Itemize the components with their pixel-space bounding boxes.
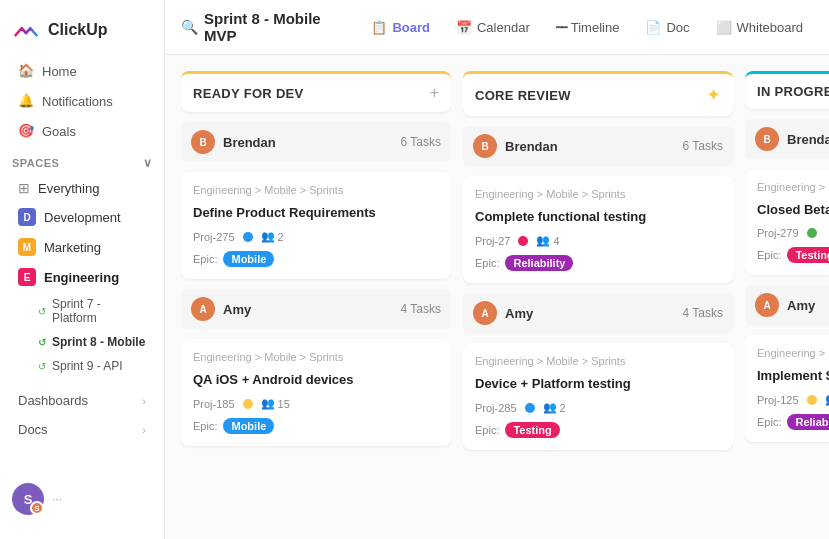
calendar-tab-label: Calendar [477,20,530,35]
brendan-info-core: B Brendan [473,134,558,158]
epic-badge-ft: Reliability [505,255,573,271]
assignee-amy-progress: A Amy 4 Tasks [745,285,829,325]
assignee-brendan-ready: B Brendan 6 Tasks [181,122,451,162]
card-breadcrumb-dp: Engineering > Mobile > Sprints [475,355,721,367]
engineering-label: Engineering [44,270,119,285]
sidebar-item-everything[interactable]: ⊞ Everything [6,175,158,201]
add-card-icon-core[interactable]: ✦ [706,84,721,106]
users-icon-1: 👥 [261,230,275,243]
proj-id-dp: Proj-285 [475,402,517,414]
sidebar-item-notifications[interactable]: 🔔 Notifications [6,87,158,115]
sidebar-item-dashboards[interactable]: Dashboards › [6,387,158,414]
card-breadcrumb-ft: Engineering > Mobile > Sprints [475,188,721,200]
amy-task-count-core: 4 Tasks [683,306,723,320]
card-meta-1: Proj-275 👥 2 [193,230,439,243]
column-header-ready-for-dev: READY FOR DEV + [181,71,451,112]
amy-name-progress: Amy [787,298,815,313]
card-meta-qa: Proj-185 👥 15 [193,397,439,410]
card-device-platform[interactable]: Engineering > Mobile > Sprints Device + … [463,343,733,450]
amy-info-core: A Amy [473,301,533,325]
sidebar-item-sprint8[interactable]: ↺ Sprint 8 - Mobile [6,331,158,353]
sidebar: ClickUp 🏠 Home 🔔 Notifications 🎯 Goals S… [0,0,165,539]
sidebar-item-docs[interactable]: Docs › [6,416,158,443]
amy-info-ready: A Amy [191,297,251,321]
epic-row-sms: Epic: Reliability [757,414,829,430]
marketing-dot: M [18,238,36,256]
card-breadcrumb-sms: Engineering > Mobile > Sprints [757,347,829,359]
docs-chevron-icon: › [142,424,146,436]
proj-id-cb: Proj-279 [757,227,799,239]
epic-badge-1: Mobile [223,251,274,267]
epic-row-cb: Epic: Testing [757,247,829,263]
spaces-label: Spaces [12,157,59,169]
sidebar-item-home[interactable]: 🏠 Home [6,57,158,85]
amy-task-count-ready: 4 Tasks [401,302,441,316]
priority-dot-cb [807,228,817,238]
brendan-info-progress: B Brendan [755,127,829,151]
sidebar-item-marketing[interactable]: M Marketing [6,233,158,261]
assignee-brendan-progress: B Brendan 6 Tasks [745,119,829,159]
tab-doc[interactable]: 📄 Doc [635,15,699,40]
card-title-sms: Implement SMS opt-in [757,367,829,385]
card-title-qa: QA iOS + Android devices [193,371,439,389]
sprint-icon-9: ↺ [38,361,46,372]
tab-board[interactable]: 📋 Board [361,15,440,40]
user-count-1: 👥 2 [261,230,284,243]
brendan-avatar: B [191,130,215,154]
card-qa-ios[interactable]: Engineering > Mobile > Sprints QA iOS + … [181,339,451,446]
priority-dot-sms [807,395,817,405]
amy-avatar-core: A [473,301,497,325]
user-avatar[interactable]: S S [12,483,44,515]
proj-id-qa: Proj-185 [193,398,235,410]
card-title-dp: Device + Platform testing [475,375,721,393]
home-label: Home [42,64,77,79]
tab-whiteboard[interactable]: ⬜ Whiteboard [706,15,813,40]
brendan-name-core: Brendan [505,139,558,154]
sprint-icon-8: ↺ [38,337,46,348]
board-tab-icon: 📋 [371,20,387,35]
amy-name-core: Amy [505,306,533,321]
whiteboard-tab-icon: ⬜ [716,20,732,35]
card-title-1: Define Product Requirements [193,204,439,222]
timeline-tab-label: Timeline [571,20,620,35]
sidebar-item-development[interactable]: D Development [6,203,158,231]
sidebar-item-sprint9[interactable]: ↺ Sprint 9 - API [6,355,158,377]
epic-label-static-1: Epic: [193,253,217,265]
tab-timeline[interactable]: ━━ Timeline [546,15,630,40]
epic-label-static-cb: Epic: [757,249,781,261]
assignee-brendan-core: B Brendan 6 Tasks [463,126,733,166]
sidebar-item-goals[interactable]: 🎯 Goals [6,117,158,145]
brendan-task-count-core: 6 Tasks [683,139,723,153]
sidebar-item-sprint7[interactable]: ↺ Sprint 7 - Platform [6,293,158,329]
ready-for-dev-title: READY FOR DEV [193,86,304,101]
card-title-cb: Closed Beta launch and feedback [757,201,829,219]
card-sms-opt-in[interactable]: Engineering > Mobile > Sprints Implement… [745,335,829,442]
home-icon: 🏠 [18,63,34,79]
epic-badge-cb: Testing [787,247,829,263]
card-functional-testing[interactable]: Engineering > Mobile > Sprints Complete … [463,176,733,283]
brendan-avatar-core: B [473,134,497,158]
board-tab-label: Board [392,20,430,35]
development-label: Development [44,210,121,225]
sidebar-item-engineering[interactable]: E Engineering [6,263,158,291]
logo-area: ClickUp [0,12,164,56]
calendar-tab-icon: 📅 [456,20,472,35]
dashboards-label: Dashboards [18,393,88,408]
goals-label: Goals [42,124,76,139]
main-content: 🔍 Sprint 8 - Mobile MVP 📋 Board 📅 Calend… [165,0,829,539]
add-card-icon-ready[interactable]: + [430,84,439,102]
card-define-product[interactable]: Engineering > Mobile > Sprints Define Pr… [181,172,451,279]
card-meta-cb: Proj-279 [757,227,829,239]
epic-row-ft: Epic: Reliability [475,255,721,271]
card-closed-beta[interactable]: Engineering > Mobile > Sprints Closed Be… [745,169,829,275]
priority-dot-dp [525,403,535,413]
card-meta-sms: Proj-125 👥 2 [757,393,829,406]
proj-id-sms: Proj-125 [757,394,799,406]
sprint8-label: Sprint 8 - Mobile [52,335,145,349]
sidebar-footer: S S ··· [0,471,164,527]
user-count-dp: 👥 2 [543,401,566,414]
tab-calendar[interactable]: 📅 Calendar [446,15,540,40]
epic-row-qa: Epic: Mobile [193,418,439,434]
epic-row-dp: Epic: Testing [475,422,721,438]
engineering-dot: E [18,268,36,286]
